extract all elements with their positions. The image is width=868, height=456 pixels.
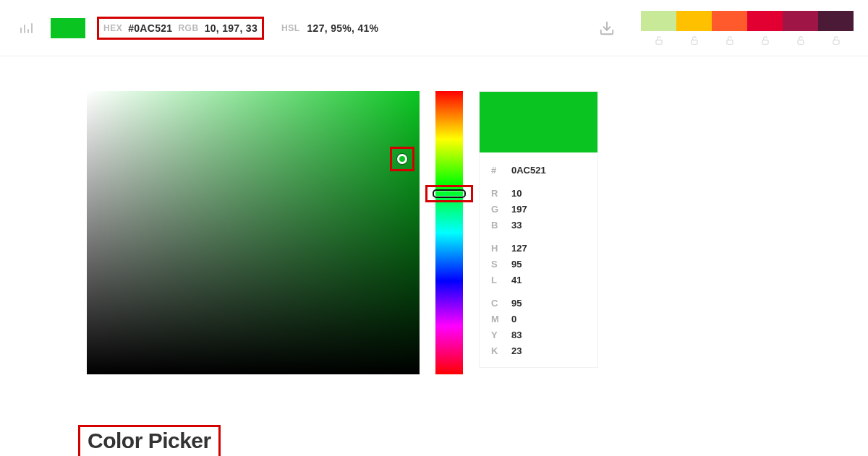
hue-thumb[interactable] — [433, 189, 466, 198]
palette — [641, 11, 854, 46]
svg-rect-5 — [655, 40, 661, 44]
hsl-value[interactable]: 127, 95%, 41% — [307, 22, 379, 34]
current-color-swatch[interactable] — [51, 18, 85, 38]
info-row-m: M0 — [491, 314, 586, 324]
info-row-k: K23 — [491, 346, 586, 356]
info-row-hex: # 0AC521 — [491, 165, 586, 175]
info-v: 10 — [511, 189, 522, 198]
heading-highlight: Color Picker — [78, 425, 221, 456]
lock-open-icon[interactable] — [689, 35, 699, 46]
hex-value[interactable]: #0AC521 — [128, 22, 172, 34]
lock-row — [641, 35, 854, 46]
info-k: H — [491, 244, 511, 253]
info-k: B — [491, 220, 511, 230]
info-v: 0 — [511, 314, 516, 324]
info-row-r: R10 — [491, 189, 586, 198]
hue-track — [435, 91, 463, 374]
svg-rect-10 — [833, 40, 838, 44]
info-v: 33 — [511, 220, 522, 230]
main: # 0AC521 R10 G197 B33 H127 S95 L41 C95 M… — [0, 56, 868, 374]
hex-label: HEX — [103, 23, 122, 33]
hue-slider[interactable] — [435, 91, 463, 374]
info-row-l: L41 — [491, 275, 586, 285]
svg-rect-6 — [691, 40, 697, 44]
info-v: 197 — [511, 205, 527, 214]
info-row-s: S95 — [491, 259, 586, 269]
lock-open-icon[interactable] — [760, 35, 770, 46]
info-v: 83 — [511, 330, 522, 340]
lock-open-icon[interactable] — [654, 35, 664, 46]
info-panel: # 0AC521 R10 G197 B33 H127 S95 L41 C95 M… — [479, 91, 598, 368]
palette-row — [641, 11, 854, 31]
info-row-g: G197 — [491, 205, 586, 214]
hex-rgb-highlight: HEX #0AC521 RGB 10, 197, 33 — [97, 17, 264, 40]
info-k: K — [491, 346, 511, 356]
info-row-y: Y83 — [491, 330, 586, 340]
palette-swatch[interactable] — [712, 11, 747, 31]
info-v: 95 — [511, 298, 522, 308]
sv-cursor-highlight — [390, 147, 414, 171]
hsl-group: HSL 127, 95%, 41% — [281, 22, 378, 34]
palette-swatch[interactable] — [676, 11, 712, 31]
palette-swatch[interactable] — [818, 11, 854, 31]
lock-open-icon[interactable] — [725, 35, 735, 46]
sv-cursor[interactable] — [397, 154, 407, 164]
lock-open-icon[interactable] — [796, 35, 806, 46]
palette-swatch[interactable] — [783, 11, 818, 31]
info-k: Y — [491, 330, 511, 340]
rgb-label: RGB — [178, 23, 198, 33]
info-swatch — [480, 92, 597, 152]
info-k: S — [491, 259, 511, 269]
info-v-hex[interactable]: 0AC521 — [511, 165, 546, 175]
svg-rect-9 — [797, 40, 803, 44]
info-k-hash: # — [491, 165, 511, 175]
lock-open-icon[interactable] — [831, 35, 841, 46]
svg-rect-8 — [762, 40, 767, 44]
hsl-label: HSL — [281, 23, 300, 33]
info-row-h: H127 — [491, 244, 586, 253]
info-k: G — [491, 205, 511, 214]
bars-icon — [19, 21, 33, 35]
palette-swatch[interactable] — [641, 11, 676, 31]
palette-swatch[interactable] — [747, 11, 783, 31]
info-v: 23 — [511, 346, 522, 356]
page-title: Color Picker — [88, 429, 211, 453]
topbar: HEX #0AC521 RGB 10, 197, 33 HSL 127, 95%… — [0, 0, 868, 56]
hue-thumb-highlight — [425, 185, 473, 202]
info-k: M — [491, 314, 511, 324]
info-v: 95 — [511, 259, 522, 269]
info-v: 127 — [511, 244, 527, 253]
info-k: L — [491, 275, 511, 285]
saturation-value-field[interactable] — [87, 91, 420, 374]
rgb-value[interactable]: 10, 197, 33 — [205, 22, 258, 34]
info-k: C — [491, 298, 511, 308]
svg-rect-7 — [726, 40, 732, 44]
info-k: R — [491, 189, 511, 198]
info-row-c: C95 — [491, 298, 586, 308]
info-v: 41 — [511, 275, 522, 285]
info-row-b: B33 — [491, 220, 586, 230]
download-icon[interactable] — [599, 20, 615, 36]
